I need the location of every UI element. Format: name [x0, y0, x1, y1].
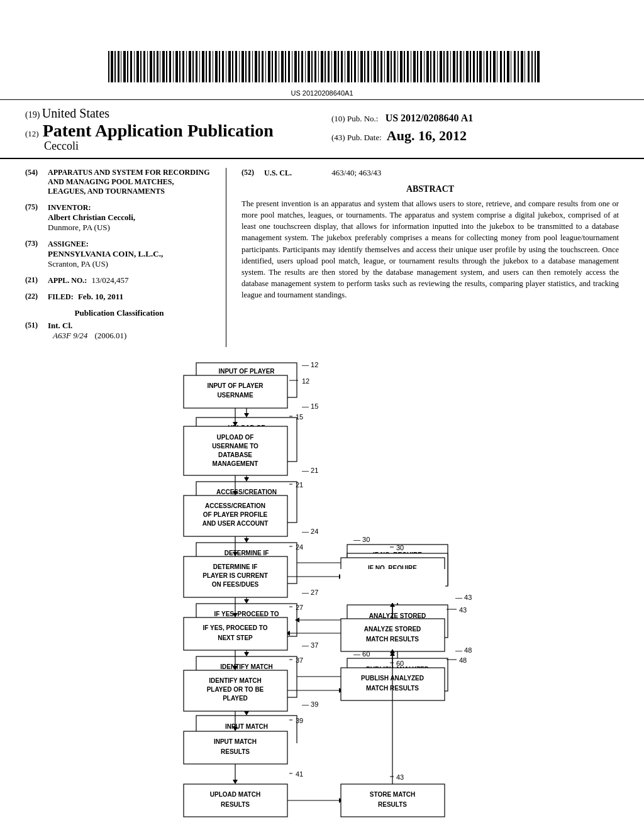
svg-rect-40	[232, 51, 233, 82]
svg-rect-115	[479, 51, 482, 82]
svg-rect-54	[279, 51, 279, 82]
abstract-section: ABSTRACT The present invention is an app…	[242, 184, 619, 301]
svg-rect-48	[258, 51, 260, 82]
svg-rect-13	[143, 51, 145, 82]
svg-marker-227	[233, 491, 238, 495]
assignee-field: (73) Assignee: PENNSYLVANIA COIN, L.L.C.…	[25, 239, 213, 269]
svg-text:48: 48	[459, 656, 467, 664]
svg-rect-28	[192, 51, 194, 82]
svg-rect-73	[341, 51, 343, 82]
header-right: (10) Pub. No.: US 2012/0208640 A1 (43) P…	[313, 106, 619, 153]
svg-rect-60	[298, 51, 299, 82]
svg-rect-257	[184, 617, 287, 650]
flowchart-redraw: 12 INPUT OF PLAYER USERNAME 15 UPLOAD OF…	[0, 372, 644, 825]
pub-date-prefix: (43) Pub. Date:	[331, 133, 382, 143]
svg-rect-89	[394, 51, 396, 82]
svg-rect-26	[186, 51, 187, 82]
country-prefix: (19)	[25, 110, 42, 119]
svg-rect-122	[504, 51, 505, 82]
svg-rect-57	[288, 51, 290, 82]
svg-rect-25	[182, 51, 184, 82]
svg-rect-84	[377, 51, 379, 82]
svg-rect-47	[255, 51, 257, 82]
svg-text:USERNAME TO: USERNAME TO	[212, 443, 258, 450]
svg-rect-128	[525, 51, 525, 82]
barcode-image	[102, 11, 542, 88]
int-cl-label: Int. Cl.	[48, 321, 213, 331]
svg-text:OF PLAYER PROFILE: OF PLAYER PROFILE	[203, 511, 268, 518]
svg-rect-66	[318, 51, 319, 82]
svg-marker-288	[233, 727, 238, 731]
int-cl-date: (2006.01)	[95, 331, 127, 340]
svg-text:MANAGEMENT: MANAGEMENT	[213, 460, 258, 467]
svg-marker-251	[233, 613, 238, 617]
svg-rect-31	[202, 51, 204, 82]
svg-marker-295	[233, 780, 238, 784]
svg-rect-83	[374, 51, 376, 82]
svg-rect-131	[535, 51, 536, 82]
svg-text:24: 24	[296, 543, 303, 551]
svg-rect-98	[424, 51, 425, 82]
country-line: (19) United States	[25, 106, 313, 121]
barcode-svg	[102, 50, 542, 84]
svg-rect-41	[235, 51, 237, 82]
svg-rect-103	[440, 51, 442, 82]
svg-rect-81	[367, 51, 369, 82]
svg-rect-93	[407, 51, 409, 82]
us-cl-label: U.S. Cl.	[264, 169, 292, 177]
filed-label: Filed:	[48, 292, 74, 301]
svg-rect-6	[121, 51, 121, 82]
us-cl-value: 463/40; 463/43	[331, 168, 381, 177]
svg-rect-36	[219, 51, 220, 82]
abstract-title: ABSTRACT	[242, 184, 619, 194]
type-prefix: (12)	[25, 129, 39, 139]
int-cl-field: (51) Int. Cl. A63F 9/24 (2006.01)	[25, 321, 213, 341]
svg-rect-74	[345, 51, 345, 82]
svg-rect-45	[248, 51, 250, 82]
inventor-name: Albert Christian Ceccoli,	[48, 213, 213, 223]
svg-rect-3	[111, 51, 113, 82]
svg-rect-21	[169, 51, 171, 82]
svg-rect-2	[108, 51, 109, 82]
title-text: APPARATUS AND SYSTEM FOR RECORDING AND M…	[48, 168, 213, 196]
svg-text:NEXT STEP: NEXT STEP	[218, 634, 253, 641]
svg-rect-24	[179, 51, 180, 82]
svg-rect-30	[199, 51, 200, 82]
svg-rect-64	[311, 51, 313, 82]
svg-rect-110	[464, 51, 464, 82]
svg-rect-82	[371, 51, 372, 82]
svg-text:39: 39	[296, 717, 303, 724]
appl-no-content: Appl. No.: 13/024,457	[48, 275, 213, 285]
country-name: United States	[42, 106, 109, 120]
svg-rect-34	[213, 51, 213, 82]
svg-rect-80	[364, 51, 365, 82]
svg-text:15: 15	[296, 413, 303, 421]
svg-rect-101	[433, 51, 435, 82]
svg-rect-95	[413, 51, 416, 82]
svg-text:37: 37	[296, 656, 303, 664]
svg-rect-107	[453, 51, 455, 82]
svg-rect-67	[321, 51, 323, 82]
svg-rect-7	[123, 51, 126, 82]
assignee-city: Scranton, PA (US)	[48, 259, 213, 269]
assignee-content: Assignee: PENNSYLVANIA COIN, L.L.C., Scr…	[48, 239, 213, 269]
svg-rect-104	[443, 51, 445, 82]
svg-rect-94	[411, 51, 411, 82]
svg-rect-44	[245, 51, 247, 82]
assignee-name: PENNSYLVANIA COIN, L.L.C.,	[48, 249, 213, 259]
svg-rect-126	[518, 51, 519, 82]
svg-rect-27	[189, 51, 191, 82]
svg-rect-22	[173, 51, 174, 82]
int-cl-num: (51)	[25, 321, 48, 341]
svg-text:UPLOAD OF: UPLOAD OF	[217, 434, 254, 441]
svg-rect-43	[242, 51, 244, 82]
svg-rect-306	[341, 784, 445, 817]
svg-rect-59	[294, 51, 297, 82]
svg-rect-52	[272, 51, 273, 82]
svg-rect-62	[305, 51, 306, 82]
filed-date: Feb. 10, 2011	[78, 292, 123, 301]
svg-text:12: 12	[302, 377, 309, 385]
svg-rect-92	[404, 51, 405, 82]
svg-rect-51	[268, 51, 270, 82]
pub-date-value: Aug. 16, 2012	[387, 128, 467, 144]
